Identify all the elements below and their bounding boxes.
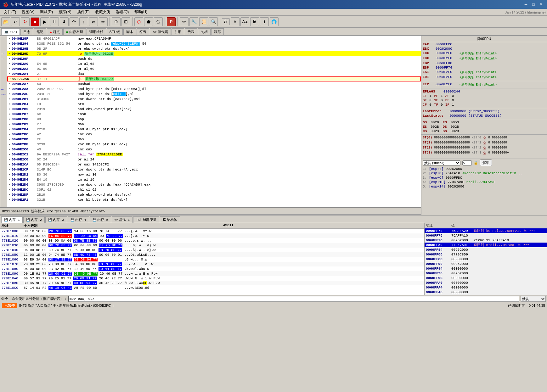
tb-stepout[interactable]: ↑ [79, 17, 88, 26]
disasm-row[interactable]: • 0040E2A8 2092 5FD9D927 and byte ptr ds… [7, 87, 421, 92]
tb-fx[interactable]: fx [222, 18, 230, 25]
mem-row[interactable]: 778E1030 06 00 08 00 D0 7D 8E 77 06 00 0… [0, 243, 424, 248]
tab-memory-layout[interactable]: ■ 内存布局 [63, 28, 86, 35]
tb-calc[interactable]: 🖩 [250, 17, 259, 26]
tab-trace2[interactable]: 跟踪 [211, 28, 224, 35]
disasm-row[interactable]: • 0040E2AE 204F 2F and byte ptr ds:[edi+… [7, 92, 421, 97]
raddr-row-highlighted2[interactable]: 0060FF80 77947A9E 返回到 ntdll.77947A9E 自 ?… [425, 243, 547, 247]
tb-hash[interactable]: # [231, 17, 240, 26]
call-num-input[interactable] [462, 160, 472, 165]
mem-tab-5[interactable]: 💾 内存 5 [90, 216, 111, 223]
mem-tab-1[interactable]: 💾 内存 1 [1, 216, 23, 223]
tab-handles[interactable]: 句柄 [198, 28, 211, 35]
cf-val[interactable]: 0 [429, 103, 431, 107]
disasm-row[interactable]: • 0040E2B5 2319 and ebx,dword ptr ds:[ec… [7, 107, 421, 112]
tb-font[interactable]: Aᴀ [240, 17, 249, 26]
reg-ebx-val[interactable]: 00262000 [436, 47, 458, 51]
tb-run[interactable]: ▶ [40, 17, 49, 26]
tb-bp[interactable]: ⬡ [134, 17, 143, 26]
disasm-row[interactable]: • 0040E2BC 42 inc edx [7, 132, 421, 137]
menu-file[interactable]: 文件(F) [1, 9, 19, 15]
disasm-scroll[interactable]: • 0040E28F B8 4F601A9F mov eax,9F1A604F … [7, 36, 421, 207]
tab-references[interactable]: 引用 [172, 28, 184, 35]
zf-val[interactable]: 1 [429, 94, 431, 98]
tb-hw-bp[interactable]: ⬟ [144, 17, 153, 26]
of-val[interactable]: 0 [429, 98, 431, 102]
tb-mem-bp[interactable]: ⬠ [154, 17, 163, 26]
disasm-row[interactable]: • 0040E29D 70 9F jo 新年快乐.40E23E [7, 51, 421, 56]
disasm-wrapper[interactable]: → → ⇒ ⇒⇒ • 0040E28F B8 4F601A9F mov eax,… [0, 36, 421, 208]
pf-val[interactable]: 1 [441, 94, 443, 98]
menu-debug[interactable]: 调试(D) [37, 9, 55, 15]
mem-row[interactable]: 778E1070 20 00 22 00 78 80 8E 77 84 00 8… [0, 262, 424, 266]
raddr-row[interactable]: 0060FF84 00262000 [425, 247, 547, 252]
tb-info[interactable]: ℹ [260, 17, 269, 26]
disasm-row[interactable]: • 0040E2C8 0C 24 or al,24 [7, 157, 421, 162]
reg-edx-val[interactable]: 0040E2F0 [436, 56, 458, 61]
raddr-row[interactable]: 0060FF94 00000000 [425, 266, 547, 271]
disasm-row[interactable]: • 0040E2B7 6C insb [7, 112, 421, 117]
mem-row[interactable]: 778E1060 03 E9 3A 00 60 17 8E 77 90 D8 9… [0, 257, 424, 262]
disasm-row-je[interactable]: • 0040E2A5 74 FF je 新年快乐.40E2A6 [7, 76, 421, 81]
disasm-row[interactable]: • 0040E2C0 40 inc eax [7, 147, 421, 152]
mem-row[interactable]: 778E10A0 00 57 91 77 20 25 91 77 20 69 9… [0, 276, 424, 281]
disasm-row[interactable]: • 0040E2B8 90 nop [7, 117, 421, 122]
reg-esp-val[interactable]: 0060FF74 [436, 66, 458, 70]
raddr-row[interactable]: 0060FF8C 00000000 [425, 257, 547, 261]
raddr-row[interactable]: 0060FF98 00262000 [425, 271, 547, 276]
reg-edi-val[interactable]: 0040E2F0 [436, 75, 458, 80]
tab-symbols[interactable]: 符号 [137, 28, 149, 35]
disasm-row[interactable]: • 0040E294 838D F01E4352 54 or dword ptr… [7, 41, 421, 46]
mem-row[interactable]: 778E1080 06 00 08 00 9B 82 8E 77 30 B4 9… [0, 266, 424, 271]
menu-options[interactable]: 选项(Q) [113, 9, 131, 15]
tab-seh[interactable]: SEH链 [107, 28, 123, 35]
disasm-row[interactable]: • 0040E2CF 314F B6 xor dword ptr ds:[edi… [7, 167, 421, 172]
if-val[interactable]: 1 [452, 103, 454, 107]
disasm-row[interactable]: • 0040E29F push ds [7, 56, 421, 61]
raddr-row[interactable]: 0060FFA0 00000000 [425, 280, 547, 285]
reg-eip-val[interactable]: 0040E2F0 [436, 82, 458, 87]
tb-animate[interactable]: ⊕ [112, 17, 121, 26]
mem-row[interactable]: 778E1090 90 1E 91 77 20 69 91 77 60 45 9… [0, 271, 424, 276]
minimize-button[interactable]: ─ [522, 1, 529, 8]
tab-source[interactable]: <> 源代码 [150, 28, 171, 35]
af-val[interactable]: 0 [452, 94, 454, 98]
tb-stop[interactable]: ■ [31, 17, 39, 26]
menu-plugin[interactable]: 插件(P) [75, 9, 92, 15]
mem-row[interactable]: 778E1040 06 00 08 00 C0 7C 8E 77 06 00 0… [0, 248, 424, 252]
menu-trace[interactable]: 跟踪(N) [56, 9, 74, 15]
tb-about[interactable]: 🌐 [270, 17, 279, 26]
reg-ebp-val[interactable]: 0060FF80 [436, 61, 458, 65]
disasm-row[interactable]: • 0040E2DF 2B19 sub ebx,dword ptr ds:[ec… [7, 192, 421, 197]
raddr-row[interactable]: 0060FFA8 00000000 [425, 290, 547, 294]
disasm-row[interactable]: • 0040E2B1 313400 xor dword ptr ds:[eax+… [7, 97, 421, 102]
unlock-button[interactable]: 解锁 [480, 160, 492, 166]
mem-tab-3[interactable]: 💾 内存 3 [45, 216, 67, 223]
mem-tab-struct[interactable]: 🏗 结构体 [160, 216, 180, 223]
raddr-row[interactable]: 0060FFAC 00000000 [425, 294, 547, 295]
tb-stepover[interactable]: ↷ [70, 17, 78, 26]
disasm-row[interactable]: • 0040E28F B8 4F601A9F mov eax,9F1A604F [7, 36, 421, 41]
raddr-row[interactable]: 0060FF9C 00000000 [425, 276, 547, 280]
disasm-row[interactable]: • 0040E29B 0B 2F or ebp,dword ptr ds:[eb… [7, 46, 421, 51]
mem-tab-locals[interactable]: |x| 局部变量 [133, 216, 159, 223]
tb-stepleft[interactable]: ⇦ [89, 17, 98, 26]
raddr-row-highlighted1[interactable]: 0060FF74 75AFFA29 返回到 kernel32.75AFFA29 … [425, 228, 547, 233]
fpu-header[interactable]: 隐藏FPU [421, 36, 547, 42]
fpu-registers-scroll[interactable]: EAX 0060FFCC EBX 00262000 ECX 0040E2F0 <… [421, 42, 547, 159]
mem-tab-4[interactable]: 💾 内存 4 [68, 216, 89, 223]
disasm-row-call[interactable]: • 0040E2C1 9A EE1DF20A F427 call far 27F… [7, 152, 421, 157]
tb-restart[interactable]: ↻ [21, 17, 30, 26]
mem-row[interactable]: 778E1050 1C 00 1E 00 D4 74 8E 77 6B 4C 7… [0, 252, 424, 257]
tb-plugin[interactable]: P [167, 17, 176, 26]
raddr-row[interactable]: 0060FF7C 00262000 kernel32.75AFFA10 [425, 238, 547, 243]
disasm-row[interactable]: • 0040E2A0 E4 6B in al,68 [7, 61, 421, 66]
tb-stepright[interactable]: ⇨ [99, 17, 108, 26]
mem-row[interactable]: 778E1010 00 00 02 00 FC 5D 8E 77 0E 00 1… [0, 233, 424, 238]
disasm-row[interactable]: • 0040E2A2 0C 60 or al,60 [7, 66, 421, 71]
disasm-row[interactable]: • 0040E2F1 321B xor bl,byte ptr ds:[ebx] [7, 197, 421, 202]
mem-tab-monitor[interactable]: 👁 监视 1 [112, 216, 133, 223]
maximize-button[interactable]: □ [530, 1, 537, 8]
tab-notes[interactable]: 笔记 [34, 28, 46, 35]
tab-script[interactable]: 脚本 [123, 28, 136, 35]
